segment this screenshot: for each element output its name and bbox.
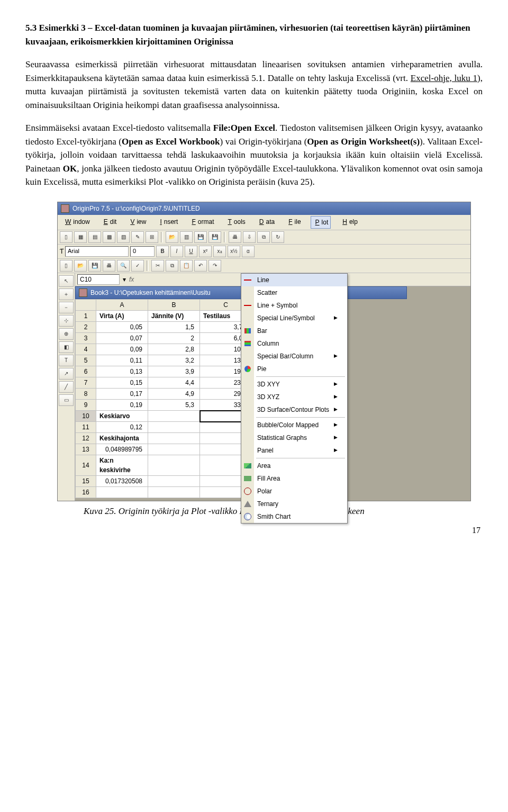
menu-plot[interactable]: Plot: [311, 216, 331, 229]
plot-menu-line[interactable]: Line: [241, 274, 347, 286]
plot-menu-special-bar-column[interactable]: Special Bar/Column▶: [241, 350, 347, 363]
row-header[interactable]: 2: [76, 321, 96, 332]
cell[interactable]: Keskiarvo: [96, 411, 148, 422]
cell[interactable]: [96, 487, 148, 498]
cell[interactable]: 4,9: [148, 388, 200, 399]
tb-notes-icon[interactable]: ✎: [131, 231, 144, 243]
col-header-A[interactable]: A: [96, 299, 148, 310]
menu-view[interactable]: View: [126, 216, 148, 229]
plot-menu-3d-xyy[interactable]: 3D XYY▶: [241, 378, 347, 391]
cell[interactable]: 0,048989795: [96, 444, 148, 455]
plot-menu-polar[interactable]: Polar: [241, 485, 347, 498]
plot-menu-scatter[interactable]: Scatter: [241, 286, 347, 299]
menu-window[interactable]: Window: [61, 216, 92, 229]
text-tool-icon[interactable]: Ƭ: [60, 247, 64, 256]
font-selector[interactable]: Arial: [65, 246, 129, 257]
arrow-icon[interactable]: ↗: [59, 368, 74, 380]
menu-insert[interactable]: Insert: [156, 216, 180, 229]
menu-tools[interactable]: Tools: [223, 216, 247, 229]
row-header[interactable]: 12: [76, 433, 96, 444]
tb-graph-icon[interactable]: ▩: [103, 231, 115, 243]
tb-print-icon[interactable]: 🖶: [229, 231, 241, 243]
pointer-icon[interactable]: ↖: [59, 275, 74, 287]
cell[interactable]: [148, 411, 200, 422]
cell[interactable]: [148, 487, 200, 498]
bold-icon[interactable]: B: [156, 246, 169, 257]
tb3-undo-icon[interactable]: ↶: [194, 260, 207, 272]
cell[interactable]: 0,19: [96, 399, 148, 411]
cell[interactable]: 3,9: [148, 366, 200, 377]
cell[interactable]: 0,05: [96, 321, 148, 332]
row-header[interactable]: 8: [76, 388, 96, 399]
row-header[interactable]: 16: [76, 487, 96, 498]
tb3-cut-icon[interactable]: ✂: [151, 260, 164, 272]
plot-menu-bar[interactable]: Bar: [241, 324, 347, 337]
plot-menu-pie[interactable]: Pie: [241, 363, 347, 375]
cell[interactable]: 0,07: [96, 332, 148, 344]
cell[interactable]: 0,17: [96, 388, 148, 399]
cell[interactable]: 4,4: [148, 377, 200, 388]
cell[interactable]: Jännite (V): [148, 310, 200, 321]
tb-refresh-icon[interactable]: ↻: [271, 231, 284, 243]
cell[interactable]: Ka:n keskivirhe: [96, 455, 148, 476]
row-header[interactable]: 7: [76, 377, 96, 388]
tb-layout-icon[interactable]: ⊞: [146, 231, 158, 243]
menu-format[interactable]: Format: [187, 216, 216, 229]
tb3-print-icon[interactable]: 🖶: [103, 260, 115, 272]
plot-menu-3d-xyz[interactable]: 3D XYZ▶: [241, 391, 347, 403]
tb3-copy-icon[interactable]: ⧉: [166, 260, 178, 272]
reader-icon[interactable]: ⊹: [59, 315, 74, 327]
fx-icon[interactable]: fx: [129, 275, 134, 284]
cell[interactable]: 1,5: [148, 321, 200, 332]
tb-template-icon[interactable]: ▥: [180, 231, 193, 243]
italic-icon[interactable]: I: [170, 246, 183, 257]
plot-menu-smith-chart[interactable]: Smith Chart: [241, 510, 347, 523]
plot-menu-ternary[interactable]: Ternary: [241, 498, 347, 510]
text-icon[interactable]: T: [59, 355, 74, 366]
row-header[interactable]: 13: [76, 444, 96, 455]
col-header-B[interactable]: B: [148, 299, 200, 310]
cell[interactable]: 0,017320508: [96, 476, 148, 487]
greek-icon[interactable]: α: [242, 246, 255, 257]
tb3-new-icon[interactable]: ▯: [60, 260, 72, 272]
row-header[interactable]: 9: [76, 399, 96, 411]
tb3-open-icon[interactable]: 📂: [74, 260, 87, 272]
row-header[interactable]: 11: [76, 422, 96, 433]
cell[interactable]: 2,8: [148, 344, 200, 355]
zoomout-icon[interactable]: －: [59, 302, 74, 313]
plot-menu-fill-area[interactable]: Fill Area: [241, 472, 347, 485]
tb3-save-icon[interactable]: 💾: [88, 260, 101, 272]
tb-import-icon[interactable]: ⇩: [243, 231, 256, 243]
row-header[interactable]: 5: [76, 355, 96, 366]
row-header[interactable]: 4: [76, 344, 96, 355]
menu-data[interactable]: Data: [255, 216, 277, 229]
fx-dropdown-icon[interactable]: ▾: [123, 275, 126, 284]
tb3-spell-icon[interactable]: ✓: [131, 260, 144, 272]
tb3-redo-icon[interactable]: ↷: [208, 260, 221, 272]
corner-cell[interactable]: [76, 299, 96, 310]
cell[interactable]: 0,09: [96, 344, 148, 355]
tb-excel-icon[interactable]: ▤: [88, 231, 101, 243]
row-header[interactable]: 10: [76, 411, 96, 422]
plot-menu-column[interactable]: Column: [241, 337, 347, 350]
tb-matrix-icon[interactable]: ▧: [117, 231, 130, 243]
plot-menu-area[interactable]: Area: [241, 459, 347, 472]
plot-menu-special-line-symbol[interactable]: Special Line/Symbol▶: [241, 312, 347, 324]
cell[interactable]: 2: [148, 332, 200, 344]
plot-menu-3d-surface-contour-plots[interactable]: 3D Surface/Contour Plots▶: [241, 403, 347, 416]
menu-edit[interactable]: Edit: [99, 216, 119, 229]
cell[interactable]: Keskihajonta: [96, 433, 148, 444]
cell[interactable]: 0,15: [96, 377, 148, 388]
rect-icon[interactable]: ▭: [59, 394, 74, 406]
row-header[interactable]: 1: [76, 310, 96, 321]
cell[interactable]: 0,13: [96, 366, 148, 377]
plot-menu-panel[interactable]: Panel▶: [241, 444, 347, 457]
cell[interactable]: Virta (A): [96, 310, 148, 321]
menu-file[interactable]: File: [284, 216, 303, 229]
cell[interactable]: 5,3: [148, 399, 200, 411]
tb-new-icon[interactable]: ▯: [60, 231, 72, 243]
tb-open-icon[interactable]: 📂: [166, 231, 178, 243]
cell[interactable]: [148, 455, 200, 476]
cell[interactable]: 0,12: [96, 422, 148, 433]
tb3-paste-icon[interactable]: 📋: [180, 260, 193, 272]
